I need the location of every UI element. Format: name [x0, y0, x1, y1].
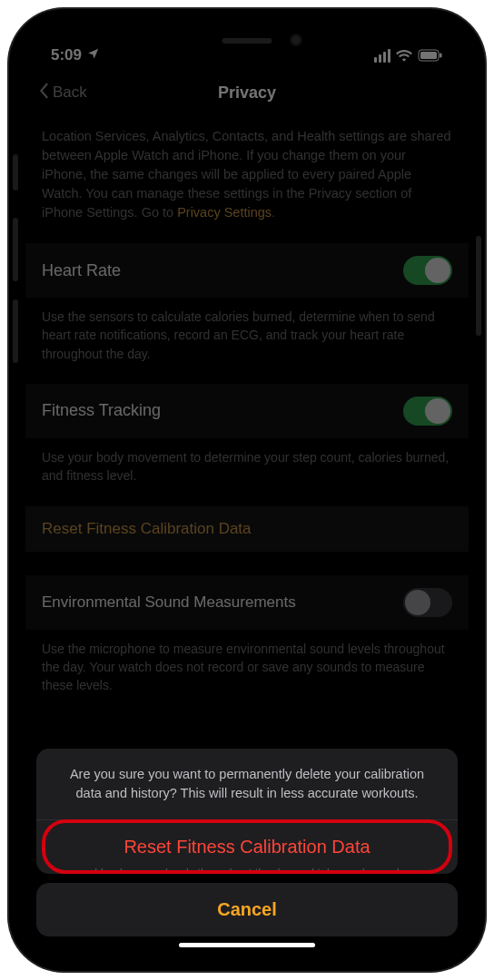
environmental-sound-row: Environmental Sound Measurements: [25, 574, 469, 631]
reset-calibration-button-label: Reset Fitness Calibration Data: [124, 837, 370, 857]
content: Location Services, Analytics, Contacts, …: [25, 114, 469, 710]
home-indicator[interactable]: [179, 943, 315, 947]
notch: [152, 25, 342, 53]
reset-calibration-label: Reset Fitness Calibration Data: [42, 520, 252, 538]
privacy-settings-link[interactable]: Privacy Settings: [177, 205, 272, 220]
reset-calibration-row[interactable]: Reset Fitness Calibration Data: [25, 505, 469, 553]
back-button[interactable]: Back: [38, 83, 87, 103]
side-button: [13, 154, 18, 191]
phone-frame: 5:09 Bac: [9, 9, 485, 971]
heart-rate-footer: Use the sensors to calculate calories bu…: [25, 299, 469, 379]
action-sheet: Are you sure you want to permanently del…: [36, 749, 458, 936]
action-sheet-group: Are you sure you want to permanently del…: [36, 749, 458, 874]
fitness-tracking-footer: Use your body movement to determine your…: [25, 439, 469, 502]
heart-rate-row: Heart Rate: [25, 242, 469, 299]
side-button: [476, 236, 481, 336]
nav-bar: Back Privacy: [25, 71, 469, 114]
environmental-sound-toggle[interactable]: [403, 588, 452, 617]
back-label: Back: [53, 83, 87, 102]
wifi-icon: [396, 49, 412, 62]
page-title: Privacy: [218, 83, 276, 103]
heart-rate-toggle[interactable]: [403, 256, 452, 285]
cancel-button[interactable]: Cancel: [36, 883, 458, 936]
svg-rect-2: [440, 54, 442, 58]
battery-icon: [418, 49, 443, 62]
chevron-left-icon: [38, 83, 49, 103]
fitness-tracking-label: Fitness Tracking: [42, 401, 161, 420]
cancel-button-label: Cancel: [217, 899, 277, 919]
environmental-sound-label: Environmental Sound Measurements: [42, 593, 296, 612]
reset-calibration-button[interactable]: Reset Fitness Calibration Data blood oxy…: [36, 819, 458, 874]
destructive-action-wrap: Reset Fitness Calibration Data blood oxy…: [36, 819, 458, 874]
side-button: [13, 218, 18, 281]
screen: 5:09 Bac: [25, 25, 469, 955]
action-sheet-message: Are you sure you want to permanently del…: [36, 749, 458, 819]
heart-rate-label: Heart Rate: [42, 261, 121, 280]
status-time: 5:09: [51, 46, 82, 64]
obscured-text: blood oxygen levels throughout the day a…: [36, 867, 458, 874]
side-button: [13, 299, 18, 363]
cellular-icon: [374, 49, 390, 63]
environmental-sound-footer: Use the microphone to measure environmen…: [25, 631, 469, 711]
fitness-tracking-toggle[interactable]: [403, 397, 452, 426]
svg-rect-1: [420, 52, 437, 59]
location-icon: [87, 46, 100, 64]
fitness-tracking-row: Fitness Tracking: [25, 383, 469, 439]
intro-text: Location Services, Analytics, Contacts, …: [25, 114, 469, 239]
